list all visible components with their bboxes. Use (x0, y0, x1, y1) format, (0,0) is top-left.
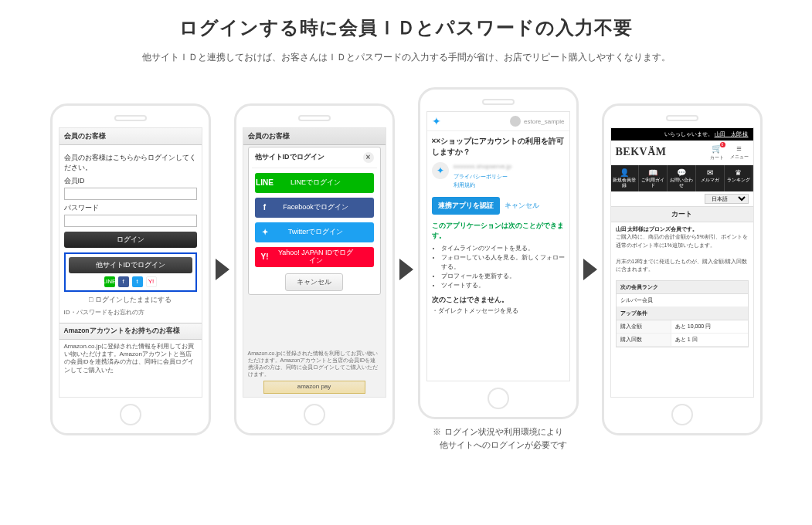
line-icon: LINE (255, 178, 275, 187)
ship-text: 月末の12時までに発送したものが、購入金額/購入回数に含まれます。 (616, 259, 748, 273)
welcome-bar: いらっしゃいませ。 山田 太郎 様 (611, 128, 753, 141)
permissions-header: このアプリケーションは次のことができます。 (432, 221, 565, 241)
home-button (304, 404, 325, 425)
page-title: ログインする時に会員ＩＤとパスワードの入力不要 (8, 15, 804, 40)
nav-guide[interactable]: 📖ご利用ガイド (639, 165, 668, 191)
list-item: ツイートする。 (441, 281, 565, 290)
menu-button[interactable]: ≡メニュー (730, 144, 749, 161)
language-select-wrap: 日本語 (611, 191, 753, 206)
nav-register[interactable]: 👤新規会員登録 (611, 165, 640, 191)
close-icon[interactable]: × (363, 152, 374, 163)
yahoo-icon: Y! (255, 252, 275, 261)
screen-login: 会員のお客様 会員のお客様はこちらからログインしてください。 会員ID パスワー… (59, 127, 202, 398)
facebook-login-button[interactable]: fFacebookでログイン (255, 198, 374, 218)
table-key: 購入金額 (617, 320, 671, 334)
discount-text: ご購入時に、商品の合計金額から5%割引、ポイントを通常のポイント率に1%追加いた… (616, 234, 748, 248)
rank-header: 次の会員ランク (617, 281, 748, 294)
sso-highlight: 他サイトIDでログイン LINE f t Y! (64, 252, 197, 292)
line-login-button[interactable]: LINELINEでログイン (255, 173, 374, 193)
pw-input[interactable] (64, 215, 197, 227)
keep-login-checkbox[interactable]: □ ログインしたままにする (64, 295, 197, 305)
phone-flow-row: 会員のお客様 会員のお客様はこちらからログインしてください。 会員ID パスワー… (8, 87, 804, 451)
home-button (120, 404, 141, 425)
cond-header: アップ条件 (617, 307, 748, 320)
speaker (298, 115, 331, 121)
login-button[interactable]: ログイン (64, 232, 197, 248)
permissions-list: タイムラインのツイートを見る。 フォローしている人を見る。新しくフォローする。 … (432, 244, 565, 290)
sso-modal: 他サイトIDでログイン × LINELINEでログイン fFacebookでログ… (248, 147, 381, 295)
amazon-text: Amazon.co.jpに登録された情報を利用してお買い物いただけます。Amaz… (59, 340, 202, 378)
cancel-button[interactable]: キャンセル (505, 201, 539, 211)
line-icon[interactable]: LINE (104, 276, 115, 287)
twitter-login-button[interactable]: ✦Twitterでログイン (255, 222, 374, 242)
app-url: xxxxxxx.shopserve.jp (454, 163, 512, 170)
avatar (510, 116, 521, 127)
phone-1: 会員のお客様 会員のお客様はこちらからログインしてください。 会員ID パスワー… (50, 103, 211, 435)
phone-2: 会員のお客様 Amazon.co.jpに登録された情報を利用してお買い物いただけ… (234, 103, 395, 435)
negative-header: 次のことはできません。 (432, 295, 565, 305)
mail-icon: ✉ (707, 168, 713, 177)
flow-caption: ※ ログイン状況や利用環境により 他サイトへのログインが必要です (429, 425, 567, 451)
privacy-link[interactable]: プライバシーポリシー (454, 172, 512, 181)
app-icon: ✦ (432, 162, 449, 179)
member-status: 山田 太郎様はブロンズ会員です。 (616, 226, 698, 232)
sso-button[interactable]: 他サイトIDでログイン (69, 257, 192, 273)
authorize-button[interactable]: 連携アプリを認証 (432, 197, 500, 215)
table-val: あと 1 回 (671, 334, 748, 347)
rank-value: シルバー会員 (617, 294, 748, 307)
terms-link[interactable]: 利用規約 (454, 181, 512, 189)
nav-contact[interactable]: 💬お問い合わせ (668, 165, 696, 191)
table-key: 購入回数 (617, 334, 671, 347)
cart-badge: 0 (720, 142, 725, 147)
home-button (488, 388, 509, 409)
crown-icon: ♛ (735, 168, 742, 177)
twitter-icon: ✦ (432, 115, 441, 127)
account-indicator[interactable]: estore_sample (510, 116, 564, 127)
cart-title: カート (611, 206, 753, 222)
login-prompt: 会員のお客様はこちらからログインしてください。 (64, 153, 197, 173)
page-subtitle: 他サイトＩＤと連携しておけば、お客さんはＩＤとパスワードの入力する手間が省け、お… (8, 51, 804, 64)
amazon-header: Amazonアカウントをお持ちのお客様 (59, 323, 202, 340)
yahoo-login-button[interactable]: Y!Yahoo! JAPAN IDでログイン (255, 247, 374, 267)
modal-title: 他サイトIDでログイン (255, 152, 324, 162)
arrow-icon (399, 259, 413, 280)
auth-question: ××ショップにアカウントの利用を許可しますか？ (427, 131, 569, 162)
cart-icon: 🛒0 (712, 144, 722, 154)
phone-3: ✦ estore_sample ××ショップにアカウントの利用を許可しますか？ … (418, 87, 579, 419)
cart-button[interactable]: 🛒0カート (710, 144, 724, 161)
phone-4: いらっしゃいませ。 山田 太郎 様 BEKVÄM 🛒0カート ≡メニュー 👤新規… (602, 103, 763, 435)
id-label: 会員ID (64, 176, 197, 186)
screen-shop-cart: いらっしゃいませ。 山田 太郎 様 BEKVÄM 🛒0カート ≡メニュー 👤新規… (610, 127, 754, 398)
table-val: あと 10,000 円 (671, 320, 748, 334)
home-button (671, 404, 693, 425)
twitter-icon[interactable]: t (132, 276, 143, 287)
yahoo-icon[interactable]: Y! (146, 276, 157, 287)
screen-title: 会員のお客様 (59, 128, 202, 145)
arrow-icon (216, 259, 229, 280)
id-input[interactable] (64, 188, 197, 200)
arrow-icon (583, 259, 597, 280)
speaker (666, 115, 698, 121)
shop-logo[interactable]: BEKVÄM (616, 146, 667, 158)
user-icon: 👤 (620, 168, 629, 177)
list-item: タイムラインのツイートを見る。 (441, 244, 565, 253)
book-icon: 📖 (648, 168, 657, 177)
nav-ranking[interactable]: ♛ランキング (725, 165, 753, 191)
cancel-button[interactable]: キャンセル (285, 273, 343, 291)
screen-sso-modal: 会員のお客様 Amazon.co.jpに登録された情報を利用してお買い物いただけ… (243, 127, 386, 398)
forgot-link[interactable]: ID・パスワードをお忘れの方 (64, 308, 197, 317)
facebook-icon[interactable]: f (118, 276, 129, 287)
speaker (114, 115, 147, 121)
nav-mailmag[interactable]: ✉メルマガ (696, 165, 725, 191)
chat-icon: 💬 (677, 168, 686, 177)
list-item: プロフィールを更新する。 (441, 272, 565, 281)
rank-table: 次の会員ランク シルバー会員 アップ条件 購入金額あと 10,000 円 購入回… (616, 280, 749, 347)
pw-label: パスワード (64, 203, 197, 213)
facebook-icon: f (255, 203, 275, 212)
language-select[interactable]: 日本語 (705, 194, 749, 204)
negative-item: ・ダイレクトメッセージを見る (432, 307, 565, 315)
list-item: フォローしている人を見る。新しくフォローする。 (441, 253, 565, 272)
speaker (482, 99, 515, 105)
menu-icon: ≡ (736, 144, 741, 153)
screen-twitter-auth: ✦ estore_sample ××ショップにアカウントの利用を許可しますか？ … (426, 111, 570, 381)
